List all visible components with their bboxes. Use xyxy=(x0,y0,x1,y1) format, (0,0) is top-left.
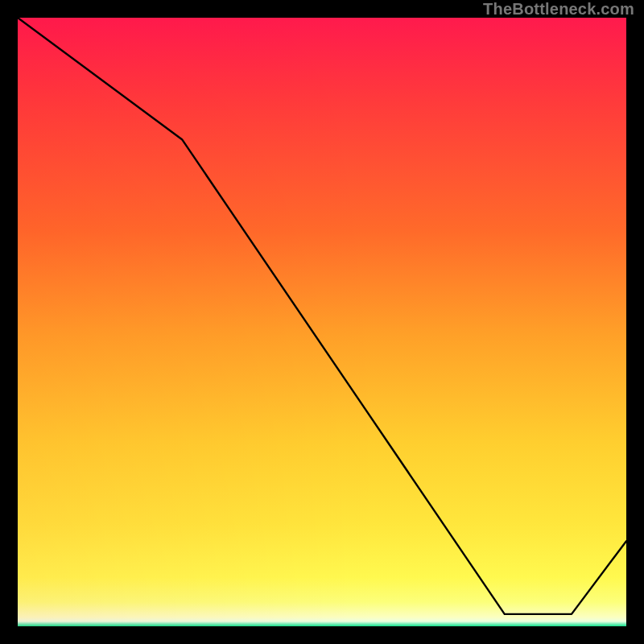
curve-svg xyxy=(18,18,626,626)
watermark-text: TheBottleneck.com xyxy=(483,0,634,19)
plot-area xyxy=(18,18,626,626)
bottleneck-curve xyxy=(18,18,626,614)
chart-shell: TheBottleneck.com xyxy=(0,0,644,644)
